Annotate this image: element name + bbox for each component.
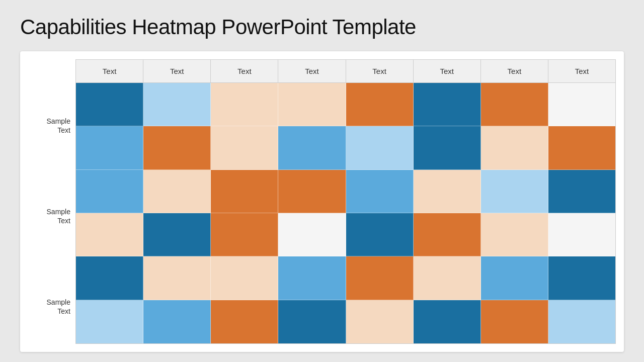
data-cell — [548, 213, 615, 256]
data-cell — [481, 170, 548, 213]
data-cell — [548, 126, 615, 169]
data-cell — [211, 213, 278, 256]
data-cell — [414, 170, 481, 213]
data-cell — [346, 126, 414, 169]
data-row — [76, 256, 615, 300]
data-cell — [278, 300, 346, 343]
data-row — [76, 300, 615, 343]
data-row — [76, 170, 615, 213]
data-cell — [143, 256, 211, 300]
data-cell — [481, 213, 548, 256]
data-row — [76, 83, 615, 126]
data-cell — [211, 256, 278, 300]
page-title: Capabilities Heatmap PowerPoint Template — [20, 15, 624, 39]
row-label-group: SampleText — [20, 80, 75, 171]
data-cell — [346, 83, 414, 126]
header-cell: Text — [211, 60, 278, 82]
data-cell — [76, 256, 143, 300]
data-cell — [414, 256, 481, 300]
data-cell — [278, 126, 346, 169]
data-cell — [548, 300, 615, 343]
header-cell: Text — [414, 60, 481, 82]
data-row — [76, 213, 615, 256]
data-cell — [76, 126, 143, 169]
data-cell — [481, 126, 548, 169]
header-cell: Text — [548, 60, 615, 82]
data-cell — [211, 170, 278, 213]
row-label: SampleText — [47, 298, 70, 316]
data-cell — [346, 213, 414, 256]
data-cell — [548, 83, 615, 126]
data-cell — [143, 170, 211, 213]
data-cell — [414, 126, 481, 169]
header-cell: Text — [346, 60, 414, 82]
slide-container: SampleTextSampleTextSampleText TextTextT… — [20, 51, 624, 352]
data-cell — [548, 256, 615, 300]
heatmap-wrapper: SampleTextSampleTextSampleText TextTextT… — [20, 51, 624, 352]
data-cell — [548, 170, 615, 213]
header-row: TextTextTextTextTextTextTextText — [76, 60, 615, 83]
data-cell — [278, 213, 346, 256]
data-cell — [76, 170, 143, 213]
data-cell — [143, 126, 211, 169]
data-row — [76, 126, 615, 169]
data-cell — [481, 83, 548, 126]
row-label: SampleText — [47, 117, 70, 135]
data-cell — [143, 213, 211, 256]
data-cell — [143, 300, 211, 343]
data-cell — [211, 300, 278, 343]
data-cell — [414, 213, 481, 256]
data-rows — [76, 83, 615, 343]
data-cell — [278, 170, 346, 213]
grid-area: TextTextTextTextTextTextTextText — [75, 59, 616, 344]
header-cell: Text — [143, 60, 211, 82]
header-cell: Text — [481, 60, 548, 82]
data-cell — [414, 300, 481, 343]
data-cell — [414, 83, 481, 126]
data-cell — [278, 83, 346, 126]
data-cell — [346, 256, 414, 300]
data-cell — [278, 256, 346, 300]
data-cell — [481, 256, 548, 300]
row-label: SampleText — [47, 207, 70, 225]
data-cell — [211, 126, 278, 169]
data-cell — [143, 83, 211, 126]
header-cell: Text — [278, 60, 346, 82]
row-label-group: SampleText — [20, 171, 75, 261]
data-cell — [481, 300, 548, 343]
data-cell — [76, 213, 143, 256]
header-cell: Text — [76, 60, 143, 82]
data-cell — [211, 83, 278, 126]
row-label-group: SampleText — [20, 261, 75, 352]
data-cell — [76, 83, 143, 126]
data-cell — [346, 170, 414, 213]
row-labels: SampleTextSampleTextSampleText — [20, 80, 75, 352]
data-cell — [346, 300, 414, 343]
data-cell — [76, 300, 143, 343]
